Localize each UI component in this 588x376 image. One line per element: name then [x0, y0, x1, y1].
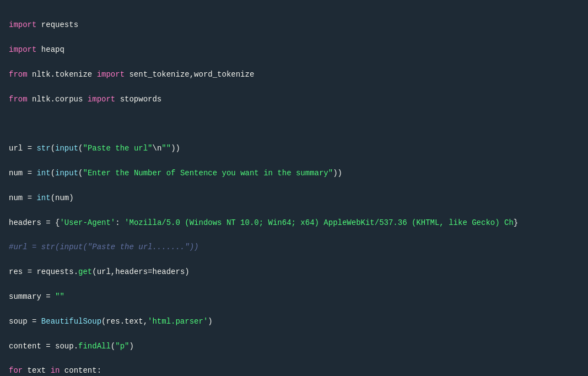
line-4: from nltk.corpus import stopwords	[9, 93, 579, 105]
line-1: import requests	[9, 19, 579, 31]
line-14: content = soup.findAll("p")	[9, 340, 579, 352]
line-15: for text in content:	[9, 364, 579, 376]
line-5	[9, 118, 579, 130]
line-3: from nltk.tokenize import sent_tokenize,…	[9, 68, 579, 80]
line-12: summary = ""	[9, 291, 579, 303]
line-9: headers = {'User-Agent': 'Mozilla/5.0 (W…	[9, 217, 579, 229]
line-7: num = int(input("Enter the Number of Sen…	[9, 167, 579, 179]
line-8: num = int(num)	[9, 192, 579, 204]
line-6: url = str(input("Paste the url"\n""))	[9, 142, 579, 154]
line-2: import heapq	[9, 44, 579, 56]
line-13: soup = BeautifulSoup(res.text,'html.pars…	[9, 315, 579, 327]
line-10: #url = str(input("Paste the url.......")…	[9, 241, 579, 253]
code-editor: import requests import heapq from nltk.t…	[0, 0, 588, 376]
line-11: res = requests.get(url,headers=headers)	[9, 266, 579, 278]
